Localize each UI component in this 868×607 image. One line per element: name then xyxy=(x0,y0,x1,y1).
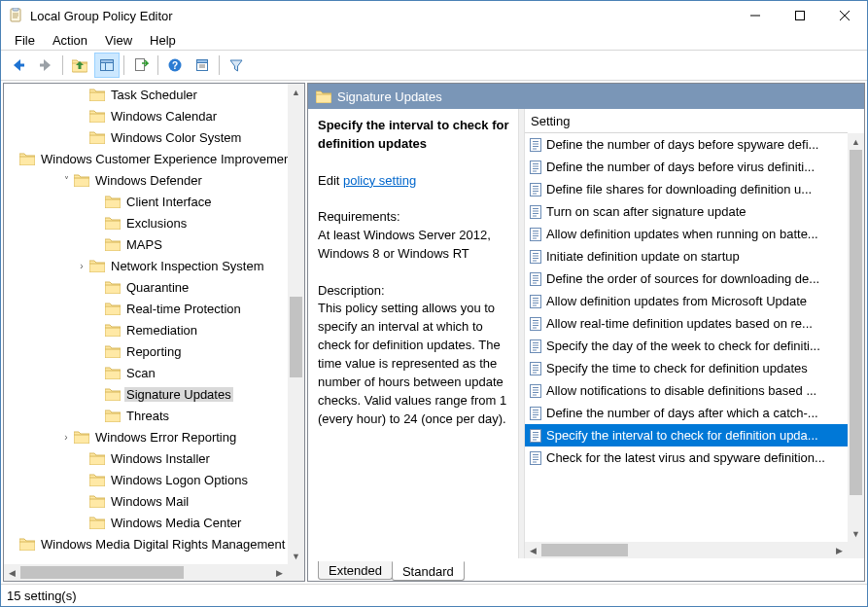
policy-icon xyxy=(529,272,542,286)
scroll-up-icon[interactable]: ▲ xyxy=(848,133,864,150)
scroll-right-icon[interactable]: ▶ xyxy=(271,564,288,581)
tree-item-label: Scan xyxy=(124,366,157,380)
tree-item[interactable]: Remediation xyxy=(4,319,288,340)
list-item[interactable]: Define the number of days before spyware… xyxy=(525,133,848,156)
chevron-right-icon[interactable]: › xyxy=(74,261,89,271)
export-button[interactable] xyxy=(128,53,154,78)
minimize-button[interactable] xyxy=(733,1,778,30)
tab-standard[interactable]: Standard xyxy=(392,561,465,581)
tree-item[interactable]: Windows Customer Experience Improvement … xyxy=(4,148,288,169)
tree-item[interactable]: Windows Calendar xyxy=(4,105,288,126)
tree-item[interactable]: Windows Media Center xyxy=(4,512,288,533)
requirements-label: Requirements: xyxy=(318,209,400,224)
tree-item[interactable]: Quarantine xyxy=(4,276,288,298)
list-item[interactable]: Define the number of days before virus d… xyxy=(525,156,848,178)
list-item[interactable]: Specify the day of the week to check for… xyxy=(525,335,848,357)
tree-item[interactable]: Reporting xyxy=(4,340,288,362)
settings-list-pane: Setting Define the number of days before… xyxy=(525,109,864,558)
list-item[interactable]: Define the order of sources for download… xyxy=(525,268,848,290)
tree-item[interactable]: Task Scheduler xyxy=(4,84,288,105)
scroll-up-icon[interactable]: ▲ xyxy=(288,84,304,100)
close-button[interactable] xyxy=(822,1,867,30)
scroll-down-icon[interactable]: ▼ xyxy=(848,525,864,542)
statusbar: 15 setting(s) xyxy=(1,584,867,606)
folder-icon xyxy=(105,387,121,401)
tree-vscrollbar[interactable]: ▲ ▼ xyxy=(288,84,304,564)
list-item[interactable]: Turn on scan after signature update xyxy=(525,200,848,223)
list-item[interactable]: Allow notifications to disable definitio… xyxy=(525,379,848,402)
settings-list[interactable]: Define the number of days before spyware… xyxy=(525,133,848,542)
maximize-button[interactable] xyxy=(778,1,822,30)
tab-extended[interactable]: Extended xyxy=(318,561,393,580)
list-item[interactable]: Define file shares for downloading defin… xyxy=(525,178,848,200)
tree-item[interactable]: Exclusions xyxy=(4,212,288,233)
menu-help[interactable]: Help xyxy=(142,32,184,49)
scroll-right-icon[interactable]: ▶ xyxy=(831,542,848,558)
svg-rect-14 xyxy=(18,64,24,67)
results-pane: Signature Updates Specify the interval t… xyxy=(307,83,865,582)
policy-icon xyxy=(529,295,542,308)
tree-item[interactable]: MAPS xyxy=(4,233,288,255)
folder-icon xyxy=(105,280,121,294)
menu-view[interactable]: View xyxy=(97,32,140,49)
filter-button[interactable] xyxy=(224,53,249,78)
list-item[interactable]: Allow definition updates from Microsoft … xyxy=(525,290,848,312)
menu-action[interactable]: Action xyxy=(45,32,95,49)
list-item-label: Allow definition updates from Microsoft … xyxy=(546,294,807,308)
tree-item[interactable]: Scan xyxy=(4,362,288,383)
toolbar: ? xyxy=(1,50,867,81)
tree-item-label: Threats xyxy=(124,409,171,423)
tree-item[interactable]: ›Windows Error Reporting xyxy=(4,426,288,447)
tree-item[interactable]: Signature Updates xyxy=(4,383,288,405)
list-header[interactable]: Setting xyxy=(525,109,848,133)
scroll-left-icon[interactable]: ◀ xyxy=(525,542,541,558)
tree-item[interactable]: Windows Logon Options xyxy=(4,469,288,490)
list-item[interactable]: Specify the interval to check for defini… xyxy=(525,424,848,446)
list-item[interactable]: Define the number of days after which a … xyxy=(525,402,848,424)
chevron-down-icon[interactable]: ˅ xyxy=(58,175,74,186)
tree-item[interactable]: Windows Installer xyxy=(4,447,288,469)
properties-button[interactable] xyxy=(190,53,215,78)
tree-item[interactable]: Client Interface xyxy=(4,191,288,212)
tree-item[interactable]: ›Network Inspection System xyxy=(4,255,288,276)
status-text: 15 setting(s) xyxy=(7,589,77,603)
policy-icon xyxy=(529,339,542,353)
splitter[interactable] xyxy=(518,109,525,558)
tree-hscrollbar[interactable]: ◀ ▶ xyxy=(4,564,288,581)
tree-item[interactable]: Real-time Protection xyxy=(4,298,288,319)
tree-item-label: Task Scheduler xyxy=(109,88,199,102)
tree-item[interactable]: Threats xyxy=(4,405,288,426)
policy-icon xyxy=(529,183,542,196)
tree-item[interactable]: Windows Color System xyxy=(4,126,288,148)
scroll-down-icon[interactable]: ▼ xyxy=(288,548,304,564)
scroll-left-icon[interactable]: ◀ xyxy=(4,564,20,581)
tree-pane: Task SchedulerWindows CalendarWindows Co… xyxy=(3,83,305,582)
folder-icon xyxy=(105,409,121,422)
list-item[interactable]: Allow real-time definition updates based… xyxy=(525,312,848,335)
nav-tree[interactable]: Task SchedulerWindows CalendarWindows Co… xyxy=(4,84,288,564)
list-item-label: Specify the time to check for definition… xyxy=(546,361,808,375)
tree-item-label: Signature Updates xyxy=(124,387,233,402)
show-hide-tree-button[interactable] xyxy=(94,53,120,78)
tree-item[interactable]: Windows Mail xyxy=(4,490,288,512)
folder-icon xyxy=(19,152,35,165)
list-item[interactable]: Allow definition updates when running on… xyxy=(525,223,848,245)
tree-item-label: Client Interface xyxy=(124,195,213,209)
folder-icon xyxy=(105,366,121,379)
forward-button[interactable] xyxy=(33,53,58,78)
tree-item-label: Remediation xyxy=(124,323,199,338)
up-button[interactable] xyxy=(67,53,92,78)
back-button[interactable] xyxy=(6,53,31,78)
list-item[interactable]: Check for the latest virus and spyware d… xyxy=(525,446,848,469)
chevron-right-icon[interactable]: › xyxy=(58,432,74,443)
list-vscrollbar[interactable]: ▲ ▼ xyxy=(848,133,864,542)
edit-policy-link[interactable]: policy setting xyxy=(343,173,416,188)
tree-item[interactable]: Windows Media Digital Rights Management xyxy=(4,533,288,554)
tree-item-label: Windows Installer xyxy=(109,451,212,466)
list-item[interactable]: Initiate definition update on startup xyxy=(525,245,848,268)
list-item[interactable]: Specify the time to check for definition… xyxy=(525,357,848,379)
help-button[interactable]: ? xyxy=(162,53,188,78)
menu-file[interactable]: File xyxy=(7,32,43,49)
list-hscrollbar[interactable]: ◀ ▶ xyxy=(525,542,848,558)
tree-item[interactable]: ˅Windows Defender xyxy=(4,169,288,191)
